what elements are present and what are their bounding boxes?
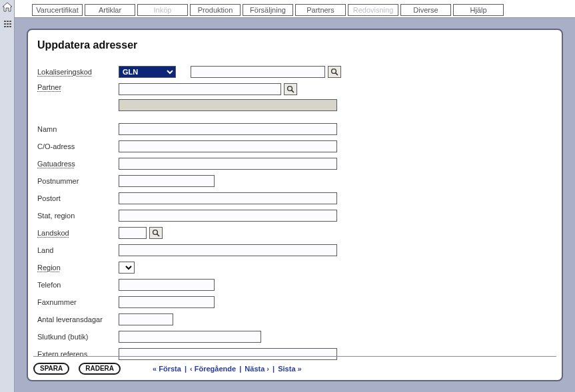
namn-input[interactable] (119, 123, 337, 135)
tab-försäljning[interactable]: Försäljning (243, 4, 293, 16)
left-rail (0, 0, 15, 392)
tab-hjälp[interactable]: Hjälp (453, 4, 504, 16)
tab-varucertifikat[interactable]: Varucertifikat (32, 4, 83, 16)
partner-lookup-button[interactable] (284, 83, 297, 95)
panel-footer: SPARA RADERA « Första | ‹ Föregående | N… (33, 356, 556, 376)
region-select[interactable] (119, 262, 135, 274)
svg-point-11 (288, 87, 292, 91)
svg-line-12 (292, 91, 294, 93)
label-postort: Postort (37, 194, 119, 202)
svg-point-9 (332, 69, 336, 74)
landskod-input[interactable] (119, 227, 147, 239)
nav-sep: | (238, 365, 243, 373)
tab-redovisning: Redovisning (348, 4, 398, 16)
partner-input[interactable] (119, 83, 281, 95)
menu-dots-icon[interactable] (4, 20, 11, 29)
gatuadress-input[interactable] (119, 158, 337, 170)
svg-line-10 (336, 73, 338, 75)
label-region: Region (37, 264, 119, 272)
address-form: Lokaliseringskod GLN Partner (37, 66, 552, 360)
svg-rect-1 (7, 21, 9, 22)
label-antal-leveransdagar: Antal leveransdagar (37, 315, 119, 323)
postnummer-input[interactable] (119, 175, 215, 187)
stat-region-input[interactable] (119, 210, 337, 222)
delete-button[interactable]: RADERA (79, 363, 121, 375)
partner-display (119, 99, 337, 111)
record-nav: « Första | ‹ Föregående | Nästa › | Sist… (153, 365, 302, 373)
postort-input[interactable] (119, 192, 337, 204)
label-postnummer: Postnummer (37, 177, 119, 185)
tab-inköp: Inköp (137, 4, 188, 16)
label-lokaliseringskod: Lokaliseringskod (37, 68, 119, 76)
nav-next[interactable]: Nästa › (245, 365, 269, 373)
tab-artiklar[interactable]: Artiklar (85, 4, 135, 16)
tab-produktion[interactable]: Produktion (190, 4, 241, 16)
label-telefon: Telefon (37, 281, 119, 289)
page-title: Uppdatera adresser (37, 39, 552, 51)
svg-rect-3 (4, 23, 6, 25)
svg-rect-7 (7, 26, 9, 27)
svg-rect-5 (9, 23, 11, 25)
nav-first[interactable]: « Första (153, 365, 181, 373)
svg-line-14 (157, 234, 159, 236)
save-button[interactable]: SPARA (33, 363, 69, 375)
nav-sep: | (183, 365, 188, 373)
svg-point-13 (153, 230, 158, 235)
label-co-adress: C/O-adress (37, 142, 119, 150)
label-slutkund: Slutkund (butik) (37, 333, 119, 341)
nav-last[interactable]: Sista » (278, 365, 301, 373)
lokaliseringskod-input[interactable] (191, 66, 325, 78)
tab-partners[interactable]: Partners (295, 4, 346, 16)
nav-prev[interactable]: ‹ Föregående (190, 365, 236, 373)
label-landskod: Landskod (37, 229, 119, 237)
svg-rect-4 (7, 23, 9, 25)
svg-rect-0 (4, 21, 6, 22)
home-icon[interactable] (2, 2, 13, 12)
main-tabbar: VarucertifikatArtiklarInköpProduktionFör… (15, 0, 575, 18)
tab-diverse[interactable]: Diverse (400, 4, 451, 16)
label-land: Land (37, 246, 119, 254)
form-panel: Uppdatera adresser Lokaliseringskod GLN … (27, 29, 563, 381)
workspace: Uppdatera adresser Lokaliseringskod GLN … (15, 18, 575, 392)
telefon-input[interactable] (119, 279, 215, 291)
svg-rect-8 (9, 26, 11, 27)
lokaliseringskod-select[interactable]: GLN (119, 66, 176, 78)
co-adress-input[interactable] (119, 140, 337, 152)
nav-sep: | (271, 365, 276, 373)
landskod-lookup-button[interactable] (149, 227, 163, 239)
label-stat-region: Stat, region (37, 212, 119, 220)
label-partner: Partner (37, 83, 119, 91)
svg-rect-2 (9, 21, 11, 22)
antal-leveransdagar-input[interactable] (119, 313, 173, 325)
label-namn: Namn (37, 125, 119, 133)
faxnummer-input[interactable] (119, 296, 215, 308)
label-faxnummer: Faxnummer (37, 298, 119, 306)
svg-rect-6 (4, 26, 6, 27)
label-gatuadress: Gatuadress (37, 160, 119, 168)
slutkund-input[interactable] (119, 331, 261, 343)
land-input[interactable] (119, 244, 337, 256)
lokaliseringskod-lookup-button[interactable] (328, 66, 341, 78)
